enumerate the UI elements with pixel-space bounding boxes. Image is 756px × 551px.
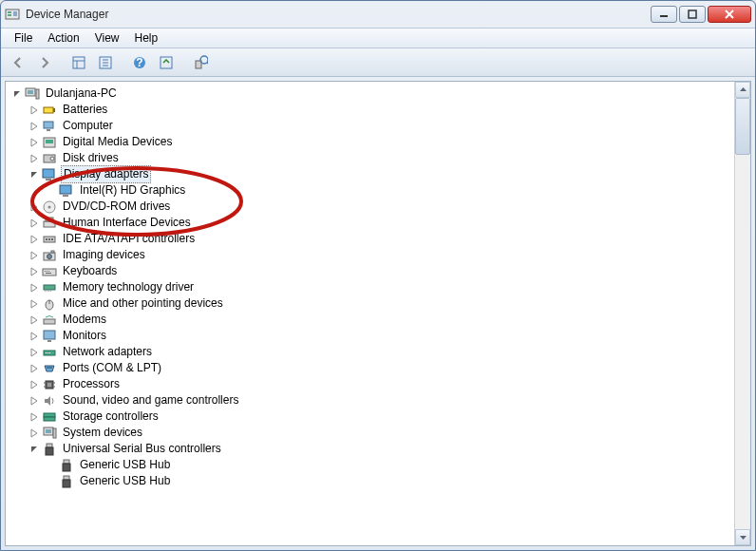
tree-item-usb[interactable]: Universal Serial Bus controllers [6, 441, 750, 457]
expand-icon[interactable] [28, 266, 40, 277]
tree-item-ports[interactable]: Ports (COM & LPT) [6, 360, 750, 376]
tree-item-computer[interactable]: Computer [6, 118, 750, 134]
toolbar-separator [60, 51, 64, 74]
monitor-icon [42, 329, 57, 344]
expand-icon[interactable] [28, 250, 40, 261]
back-button[interactable] [7, 51, 29, 74]
svg-rect-70 [47, 383, 51, 387]
tree-item-digital-media[interactable]: Digital Media Devices [6, 134, 750, 150]
keyboard-icon [42, 264, 57, 279]
minimize-button[interactable] [651, 6, 677, 23]
svg-rect-76 [44, 417, 55, 421]
svg-rect-41 [46, 238, 47, 240]
close-button[interactable] [708, 6, 751, 23]
svg-rect-35 [63, 195, 68, 197]
tree-item-sound[interactable]: Sound, video and game controllers [6, 392, 750, 408]
device-tree[interactable]: Dulanjana-PC Batteries Computer Digital … [6, 82, 750, 493]
svg-point-66 [47, 367, 48, 369]
expand-icon[interactable] [28, 363, 40, 374]
tree-item-usb-hub[interactable]: Generic USB Hub [6, 473, 750, 489]
tree-item-storage[interactable]: Storage controllers [6, 408, 750, 425]
menu-file[interactable]: File [7, 29, 40, 47]
expand-icon[interactable] [28, 298, 40, 310]
controller-icon [42, 232, 57, 247]
titlebar[interactable]: Device Manager [1, 1, 755, 28]
node-label: Processors [61, 376, 122, 392]
expand-icon[interactable] [28, 347, 40, 358]
help-button[interactable]: ? [128, 51, 151, 74]
sound-icon [42, 393, 57, 408]
usb-icon [42, 442, 57, 457]
tree-item-modems[interactable]: Modems [6, 312, 750, 328]
menu-view[interactable]: View [87, 29, 127, 47]
expand-icon[interactable] [28, 121, 40, 132]
usb-icon [59, 458, 74, 473]
tree-item-dvd[interactable]: DVD/CD-ROM drives [6, 199, 750, 215]
tree-item-processors[interactable]: Processors [6, 376, 750, 392]
tree-item-monitors[interactable]: Monitors [6, 328, 750, 344]
scan-button[interactable] [155, 51, 178, 74]
expand-icon[interactable] [28, 395, 40, 407]
svg-rect-61 [47, 340, 51, 342]
tree-item-memtech[interactable]: Memory technology driver [6, 279, 750, 295]
svg-rect-29 [46, 140, 53, 143]
tree-item-disk-drives[interactable]: Disk drives [6, 150, 750, 166]
expand-icon[interactable] [28, 137, 40, 148]
forward-button[interactable] [33, 51, 56, 74]
collapse-icon[interactable] [11, 88, 23, 100]
expand-icon[interactable] [28, 218, 40, 229]
tree-item-hid[interactable]: Human Interface Devices [6, 215, 750, 231]
expand-icon[interactable] [28, 153, 40, 164]
port-icon [42, 361, 57, 376]
scroll-up-button[interactable] [735, 82, 750, 98]
expand-icon[interactable] [28, 331, 40, 342]
svg-rect-43 [51, 238, 53, 240]
svg-rect-49 [47, 271, 47, 272]
node-label: Sound, video and game controllers [61, 392, 240, 408]
node-label: Imaging devices [61, 247, 147, 263]
tree-item-batteries[interactable]: Batteries [6, 102, 750, 118]
svg-rect-22 [28, 90, 33, 94]
svg-rect-83 [63, 464, 70, 471]
tree-item-display-adapters[interactable]: Display adapters [6, 166, 750, 182]
scroll-thumb[interactable] [735, 98, 750, 155]
tree-item-usb-hub[interactable]: Generic USB Hub [6, 457, 750, 473]
uninstall-button[interactable] [189, 51, 212, 74]
tree-item-system[interactable]: System devices [6, 425, 750, 441]
expand-icon[interactable] [28, 411, 40, 423]
collapse-icon[interactable] [28, 444, 40, 455]
toolbar-separator [121, 51, 124, 74]
show-hide-button[interactable] [67, 51, 90, 74]
menu-action[interactable]: Action [40, 29, 86, 47]
tree-item-network[interactable]: Network adapters [6, 344, 750, 360]
expand-icon[interactable] [28, 104, 40, 116]
tree-item-ide[interactable]: IDE ATA/ATAPI controllers [6, 231, 750, 247]
computer-icon [25, 86, 40, 102]
expand-icon[interactable] [28, 314, 40, 326]
tree-item-intel-hd[interactable]: Intel(R) HD Graphics [6, 182, 750, 199]
expand-icon[interactable] [28, 379, 40, 390]
expand-icon[interactable] [28, 201, 40, 213]
properties-button[interactable] [94, 51, 117, 74]
svg-rect-52 [44, 285, 55, 290]
tree-item-keyboards[interactable]: Keyboards [6, 263, 750, 279]
svg-rect-51 [46, 273, 51, 274]
tree-panel: Dulanjana-PC Batteries Computer Digital … [5, 81, 751, 546]
svg-rect-80 [47, 444, 52, 447]
svg-rect-3 [13, 11, 17, 16]
tree-item-imaging[interactable]: Imaging devices [6, 247, 750, 263]
vertical-scrollbar[interactable] [734, 82, 750, 545]
expand-icon[interactable] [28, 428, 40, 439]
display-icon [42, 167, 57, 182]
menu-help[interactable]: Help [127, 29, 166, 47]
tree-item-mice[interactable]: Mice and other pointing devices [6, 295, 750, 312]
display-icon [59, 183, 74, 199]
expand-icon[interactable] [28, 282, 40, 294]
collapse-icon[interactable] [28, 169, 40, 180]
node-label: Universal Serial Bus controllers [61, 441, 223, 457]
expand-icon[interactable] [28, 234, 40, 245]
maximize-button[interactable] [679, 6, 706, 23]
scroll-down-button[interactable] [735, 529, 750, 545]
tree-root[interactable]: Dulanjana-PC [6, 86, 750, 102]
svg-point-45 [47, 254, 52, 258]
